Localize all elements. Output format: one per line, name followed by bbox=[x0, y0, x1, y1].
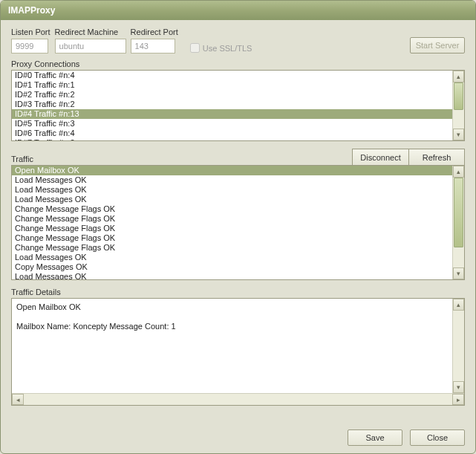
traffic-list[interactable]: Open Mailbox OKLoad Messages OKLoad Mess… bbox=[11, 165, 465, 280]
traffic-details-label: Traffic Details bbox=[11, 288, 465, 296]
use-ssl-label: Use SSL/TLS bbox=[203, 44, 252, 53]
list-item[interactable]: Change Message Flags OK bbox=[12, 204, 452, 214]
window-root: IMAPProxy Listen Port Redirect Machine R… bbox=[0, 0, 476, 454]
redirect-machine-input[interactable] bbox=[55, 39, 126, 53]
scroll-thumb[interactable] bbox=[454, 178, 463, 247]
details-line: Mailbox Name: Koncepty Message Count: 1 bbox=[16, 321, 448, 331]
list-item[interactable]: ID#1 Traffic #n:1 bbox=[12, 80, 452, 90]
traffic-details-box: Open Mailbox OK Mailbox Name: Koncepty M… bbox=[11, 298, 465, 406]
list-item[interactable]: Load Messages OK bbox=[12, 195, 452, 204]
proxy-connections-list[interactable]: ID#0 Traffic #n:4ID#1 Traffic #n:1ID#2 T… bbox=[11, 70, 465, 141]
details-line: Open Mailbox OK bbox=[16, 302, 448, 312]
scroll-up-icon[interactable]: ▴ bbox=[453, 166, 464, 178]
redirect-machine-label: Redirect Machine bbox=[55, 27, 126, 36]
scroll-down-icon[interactable]: ▾ bbox=[453, 381, 464, 393]
list-item[interactable]: Load Messages OK bbox=[12, 175, 452, 185]
listen-port-input[interactable] bbox=[11, 39, 48, 53]
start-server-button[interactable]: Start Server bbox=[410, 37, 465, 53]
traffic-header: Traffic Disconnect Refresh bbox=[11, 149, 465, 165]
redirect-machine-field: Redirect Machine bbox=[55, 27, 126, 53]
scroll-right-icon[interactable]: ▸ bbox=[452, 394, 464, 405]
listen-port-label: Listen Port bbox=[11, 27, 50, 36]
list-item[interactable]: Open Mailbox OK bbox=[12, 166, 452, 175]
scroll-thumb[interactable] bbox=[454, 82, 463, 110]
list-item[interactable]: ID#4 Traffic #n:13 bbox=[12, 109, 452, 119]
list-item[interactable]: Load Messages OK bbox=[12, 253, 452, 262]
traffic-details-text: Open Mailbox OK Mailbox Name: Koncepty M… bbox=[12, 299, 452, 393]
footer-buttons: Save Close bbox=[1, 427, 475, 453]
close-button[interactable]: Close bbox=[410, 429, 465, 446]
titlebar[interactable]: IMAPProxy bbox=[1, 1, 475, 20]
list-item[interactable]: Change Message Flags OK bbox=[12, 224, 452, 233]
use-ssl-field[interactable]: Use SSL/TLS bbox=[190, 43, 252, 53]
list-item[interactable]: Copy Messages OK bbox=[12, 262, 452, 272]
redirect-port-field: Redirect Port bbox=[131, 27, 178, 53]
scroll-up-icon[interactable]: ▴ bbox=[453, 71, 464, 82]
list-item[interactable]: ID#6 Traffic #n:4 bbox=[12, 129, 452, 138]
content-area: Listen Port Redirect Machine Redirect Po… bbox=[1, 20, 475, 427]
list-item[interactable]: Change Message Flags OK bbox=[12, 233, 452, 243]
proxy-connections-label: Proxy Connections bbox=[11, 59, 465, 68]
list-item[interactable]: Load Messages OK bbox=[12, 185, 452, 195]
details-vscrollbar[interactable]: ▴ ▾ bbox=[452, 299, 464, 393]
config-row: Listen Port Redirect Machine Redirect Po… bbox=[11, 27, 465, 53]
window-title: IMAPProxy bbox=[8, 5, 55, 16]
scroll-left-icon[interactable]: ◂ bbox=[12, 394, 24, 405]
list-item[interactable]: ID#5 Traffic #n:3 bbox=[12, 119, 452, 129]
save-button[interactable]: Save bbox=[348, 429, 402, 446]
disconnect-button[interactable]: Disconnect bbox=[352, 149, 408, 165]
use-ssl-checkbox[interactable] bbox=[190, 43, 200, 53]
list-item[interactable]: ID#3 Traffic #n:2 bbox=[12, 100, 452, 109]
list-item[interactable]: Load Messages OK bbox=[12, 272, 452, 279]
refresh-button[interactable]: Refresh bbox=[408, 149, 465, 165]
list-item[interactable]: Change Message Flags OK bbox=[12, 214, 452, 224]
traffic-scrollbar[interactable]: ▴ ▾ bbox=[452, 166, 464, 279]
redirect-port-input[interactable] bbox=[131, 39, 175, 53]
listen-port-field: Listen Port bbox=[11, 27, 50, 53]
list-item[interactable]: ID#0 Traffic #n:4 bbox=[12, 71, 452, 80]
scroll-down-icon[interactable]: ▾ bbox=[453, 129, 464, 140]
details-hscrollbar[interactable]: ◂ ▸ bbox=[12, 393, 464, 405]
list-item[interactable]: Change Message Flags OK bbox=[12, 243, 452, 253]
list-item[interactable]: ID#7 Traffic #n:2 bbox=[12, 138, 452, 140]
list-item[interactable]: ID#2 Traffic #n:2 bbox=[12, 90, 452, 100]
redirect-port-label: Redirect Port bbox=[131, 27, 178, 36]
scroll-down-icon[interactable]: ▾ bbox=[453, 267, 464, 279]
proxy-scrollbar[interactable]: ▴ ▾ bbox=[452, 71, 464, 140]
scroll-up-icon[interactable]: ▴ bbox=[453, 299, 464, 311]
traffic-label: Traffic bbox=[11, 155, 33, 163]
